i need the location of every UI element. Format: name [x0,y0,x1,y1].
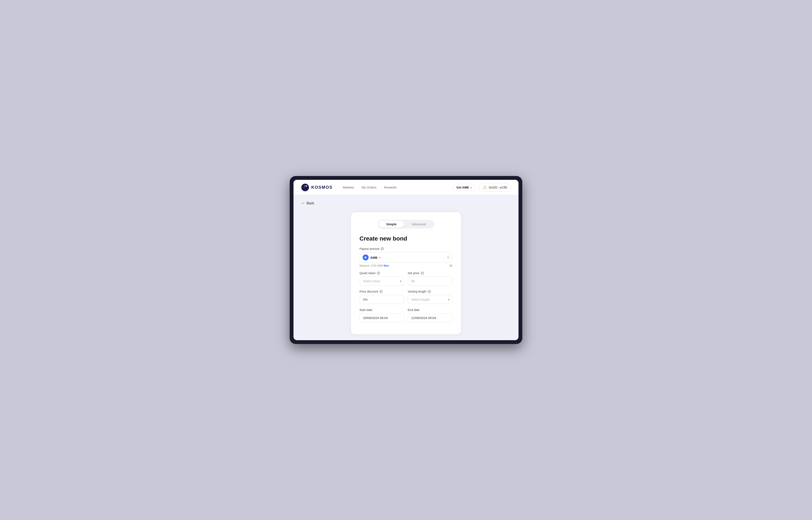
discount-vesting-row: Price discount i Vesting length i Select [359,290,453,304]
tab-group: Simple Advanced [378,220,434,229]
usd-value: $0 [450,264,453,267]
end-date-label: End date [408,308,453,312]
svg-marker-7 [485,187,486,187]
payout-amount-input[interactable] [383,255,449,260]
vesting-length-select[interactable]: Select length [408,295,453,304]
quote-price-row: Quote token i Select token ▾ Set price [359,271,453,286]
set-price-input[interactable] [408,277,453,286]
price-discount-input[interactable] [359,295,404,304]
svg-marker-5 [483,188,484,189]
price-discount-group: Price discount i [359,290,404,304]
device-frame: KOSMOS Markets My Orders Rewards Get AMB… [290,176,522,344]
nav-link-my-orders[interactable]: My Orders [361,185,376,189]
form-title: Create new bond [359,235,453,242]
quote-token-label: Quote token i [359,271,404,275]
token-name: AMB [370,256,377,259]
end-date-input[interactable] [408,313,453,322]
set-price-group: Set price i [408,271,453,286]
quote-token-group: Quote token i Select token ▾ [359,271,404,286]
token-selector[interactable]: AMB ▾ [363,255,383,260]
end-date-group: End date [408,308,453,322]
svg-marker-9 [485,188,486,189]
wallet-address: 0x32D...e23f2 [489,186,507,189]
amb-icon [363,255,369,260]
svg-marker-6 [484,187,484,188]
nav-link-markets[interactable]: Markets [343,185,354,189]
get-amb-label: Get AMB [457,186,469,189]
navbar: KOSMOS Markets My Orders Rewards Get AMB… [294,180,518,195]
nav-link-rewards[interactable]: Rewards [384,185,397,189]
start-date-label: Start date [359,308,404,312]
max-link[interactable]: Max [384,264,389,267]
metamask-icon [483,185,487,190]
svg-marker-2 [485,185,487,187]
svg-point-1 [306,185,307,187]
nav-links: Markets My Orders Rewards [343,185,453,189]
back-link[interactable]: ← Back [301,201,511,205]
balance-text: Balance: 0.00 AMB Max [359,264,389,267]
nav-actions: Get AMB › 0x32D...e23f2 [453,183,511,192]
start-date-input[interactable] [359,313,404,322]
payout-amount-info-icon[interactable]: i [381,247,384,251]
svg-marker-8 [484,188,484,189]
svg-point-0 [301,183,309,191]
back-arrow-icon: ← [301,201,305,205]
logo-text: KOSMOS [311,185,333,190]
set-price-info-icon[interactable]: i [421,271,424,275]
set-price-label: Set price i [408,271,453,275]
vesting-length-label: Vesting length i [408,290,453,293]
token-chevron-icon: ▾ [379,256,380,259]
svg-marker-3 [483,185,485,187]
start-date-group: Start date [359,308,404,322]
payout-input-wrapper: AMB ▾ [359,252,453,263]
payout-amount-group: Payout amount i AMB ▾ [359,247,453,267]
price-discount-info-icon[interactable]: i [379,290,383,293]
quote-token-select[interactable]: Select token [359,277,404,286]
main-content: ← Back Simple Advanced Create new bond P… [294,195,518,340]
get-amb-arrow: › [470,186,471,189]
amb-play-icon [365,256,367,259]
wallet-button[interactable]: 0x32D...e23f2 [479,183,511,192]
svg-marker-4 [486,188,487,189]
vesting-length-group: Vesting length i Select length ▾ [408,290,453,304]
quote-token-info-icon[interactable]: i [377,271,380,275]
logo-icon [301,183,309,191]
vesting-length-info-icon[interactable]: i [428,290,431,293]
balance-row: Balance: 0.00 AMB Max $0 [359,264,453,267]
logo[interactable]: KOSMOS [301,183,333,191]
create-bond-card: Simple Advanced Create new bond Payout a… [351,212,461,334]
vesting-length-select-wrapper: Select length ▾ [408,295,453,304]
quote-token-select-wrapper: Select token ▾ [359,277,404,286]
tab-advanced[interactable]: Advanced [404,220,433,228]
dates-row: Start date End date [359,308,453,322]
back-label: Back [307,201,314,205]
get-amb-button[interactable]: Get AMB › [453,184,476,191]
tab-simple[interactable]: Simple [379,220,404,228]
price-discount-label: Price discount i [359,290,404,293]
payout-amount-label: Payout amount i [359,247,453,251]
screen: KOSMOS Markets My Orders Rewards Get AMB… [294,180,518,340]
